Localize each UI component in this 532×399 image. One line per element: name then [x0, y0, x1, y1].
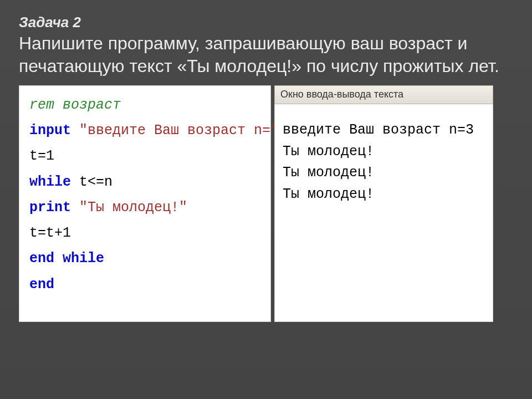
code-line-2: input "введите Ваш возраст n=",n: [29, 118, 264, 144]
io-window-title: Окно ввода-вывода текста: [274, 85, 493, 104]
rem-comment: возраст: [54, 97, 121, 113]
io-line-2: Ты молодец!: [283, 141, 486, 163]
heading-block: Задача 2 Напишите программу, запрашивающ…: [19, 14, 511, 78]
keyword-print: print: [29, 200, 71, 216]
while-cond: t<=n: [71, 174, 112, 190]
io-line-3: Ты молодец!: [283, 162, 486, 184]
code-pane: rem возраст input "введите Ваш возраст n…: [19, 85, 271, 322]
keyword-input: input: [29, 122, 71, 139]
print-string: "Ты молодец!": [71, 200, 187, 216]
io-pane: Окно ввода-вывода текста введите Ваш воз…: [274, 85, 493, 322]
keyword-end: end: [29, 277, 54, 293]
keyword-rem: rem: [29, 97, 54, 113]
code-line-1: rem возраст: [29, 93, 264, 118]
code-line-4: while t<=n: [29, 170, 264, 195]
code-line-7: end while: [29, 246, 264, 272]
code-line-6: t=t+1: [29, 221, 264, 246]
code-line-5: print "Ты молодец!": [29, 195, 264, 221]
code-line-8: end: [29, 272, 264, 298]
keyword-endwhile: end while: [29, 250, 104, 267]
io-line-1: введите Ваш возраст n=3: [283, 120, 486, 141]
slide: Задача 2 Напишите программу, запрашивающ…: [0, 0, 532, 399]
panes: rem возраст input "введите Ваш возраст n…: [19, 85, 511, 322]
task-description: Напишите программу, запрашивающую ваш во…: [19, 32, 511, 78]
code-line-3: t=1: [29, 144, 264, 169]
io-line-4: Ты молодец!: [283, 184, 486, 206]
io-window-body: введите Ваш возраст n=3 Ты молодец! Ты м…: [274, 104, 493, 322]
keyword-while: while: [29, 174, 71, 190]
task-number: Задача 2: [19, 14, 511, 31]
input-string: "введите Ваш возраст n=": [71, 122, 279, 139]
